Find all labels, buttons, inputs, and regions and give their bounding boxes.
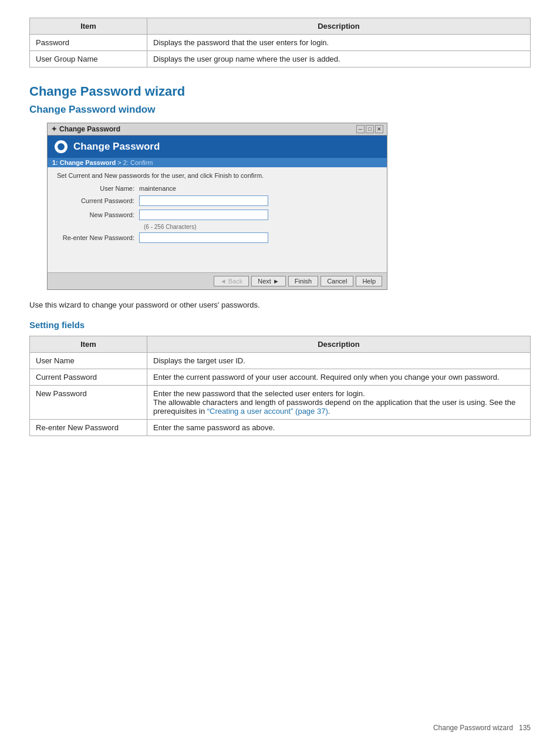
table-row: PasswordDisplays the password that the u… xyxy=(30,35,531,51)
table-cell-item: New Password xyxy=(30,386,147,420)
dialog-content: Set Current and New passwords for the us… xyxy=(48,167,387,272)
table-cell-item: Current Password xyxy=(30,369,147,386)
dialog-titlebar: ✦ Change Password ─ □ ✕ xyxy=(48,123,387,136)
cancel-button[interactable]: Cancel xyxy=(321,276,353,286)
breadcrumb-step1: 1: Change Password xyxy=(52,159,116,166)
top-table: Item Description PasswordDisplays the pa… xyxy=(29,18,531,67)
subsection-title: Change Password window xyxy=(29,104,531,116)
new-password-row: New Password: xyxy=(57,210,377,220)
table-row: User NameDisplays the target user ID. xyxy=(30,353,531,369)
table-row: New PasswordEnter the new password that … xyxy=(30,386,531,420)
setting-table-header-item: Item xyxy=(30,336,147,353)
table-cell-item: User Name xyxy=(30,353,147,369)
table-cell-description: Enter the new password that the selected… xyxy=(147,386,531,420)
current-password-label: Current Password: xyxy=(57,197,139,204)
dialog-footer: ◄ Back Next ► Finish Cancel Help xyxy=(48,272,387,289)
new-password-label: New Password: xyxy=(57,211,139,218)
new-password-input[interactable] xyxy=(139,210,268,220)
finish-button[interactable]: Finish xyxy=(288,276,318,286)
table-cell-description: Displays the user group name where the u… xyxy=(147,51,531,67)
dialog-breadcrumb: 1: Change Password > 2: Confirm xyxy=(48,158,387,167)
table-row: User Group NameDisplays the user group n… xyxy=(30,51,531,67)
dialog-minimize-button[interactable]: ─ xyxy=(356,125,365,133)
hp-logo xyxy=(55,140,68,153)
dialog-header-title: Change Password xyxy=(73,141,160,153)
next-button[interactable]: Next ► xyxy=(251,276,286,286)
table-row: Re-enter New PasswordEnter the same pass… xyxy=(30,420,531,436)
dialog-instruction: Set Current and New passwords for the us… xyxy=(57,172,377,179)
username-row: User Name: maintenance xyxy=(57,185,377,192)
setting-fields-table: Item Description User NameDisplays the t… xyxy=(29,336,531,436)
creating-user-account-link[interactable]: “Creating a user account” (page 37) xyxy=(207,407,328,416)
current-password-row: Current Password: xyxy=(57,195,377,206)
section-title: Change Password wizard xyxy=(29,84,531,99)
page-footer: Change Password wizard 135 xyxy=(433,724,531,732)
table-cell-item: Password xyxy=(30,35,147,51)
password-hint: (6 - 256 Characters) xyxy=(144,224,377,230)
reenter-password-row: Re-enter New Password: xyxy=(57,232,377,243)
table-row: Current PasswordEnter the current passwo… xyxy=(30,369,531,386)
table-cell-item: Re-enter New Password xyxy=(30,420,147,436)
dialog-titlebar-label: Change Password xyxy=(59,125,120,133)
dialog-maximize-button[interactable]: □ xyxy=(366,125,374,133)
dialog-wrapper: ✦ Change Password ─ □ ✕ Change Password … xyxy=(47,123,387,290)
table-cell-description: Displays the target user ID. xyxy=(147,353,531,369)
breadcrumb-separator: > xyxy=(116,159,123,166)
dialog-spacer xyxy=(57,247,377,264)
table-cell-description: Enter the same password as above. xyxy=(147,420,531,436)
dialog-titlebar-left: ✦ Change Password xyxy=(51,125,120,133)
dialog-close-button[interactable]: ✕ xyxy=(375,125,383,133)
current-password-input[interactable] xyxy=(139,195,268,206)
top-table-header-item: Item xyxy=(30,18,147,35)
top-table-header-description: Description xyxy=(147,18,531,35)
reenter-password-label: Re-enter New Password: xyxy=(57,234,139,241)
footer-text: Change Password wizard xyxy=(433,724,513,732)
help-button[interactable]: Help xyxy=(356,276,382,286)
breadcrumb-step2: 2: Confirm xyxy=(123,159,153,166)
username-label: User Name: xyxy=(57,185,139,192)
dialog-header: Change Password xyxy=(48,136,387,158)
description-paragraph: Use this wizard to change your password … xyxy=(29,301,531,309)
setting-table-header-description: Description xyxy=(147,336,531,353)
username-value: maintenance xyxy=(139,185,176,192)
dialog-titlebar-controls[interactable]: ─ □ ✕ xyxy=(356,125,383,133)
back-button[interactable]: ◄ Back xyxy=(214,276,249,286)
hp-logo-inner xyxy=(56,142,66,151)
setting-fields-title: Setting fields xyxy=(29,320,531,330)
change-password-dialog: ✦ Change Password ─ □ ✕ Change Password … xyxy=(47,123,387,290)
table-cell-description: Displays the password that the user ente… xyxy=(147,35,531,51)
table-cell-item: User Group Name xyxy=(30,51,147,67)
table-cell-description: Enter the current password of your user … xyxy=(147,369,531,386)
dialog-titlebar-icon: ✦ xyxy=(51,125,57,133)
reenter-password-input[interactable] xyxy=(139,232,268,243)
page-number: 135 xyxy=(519,724,531,732)
